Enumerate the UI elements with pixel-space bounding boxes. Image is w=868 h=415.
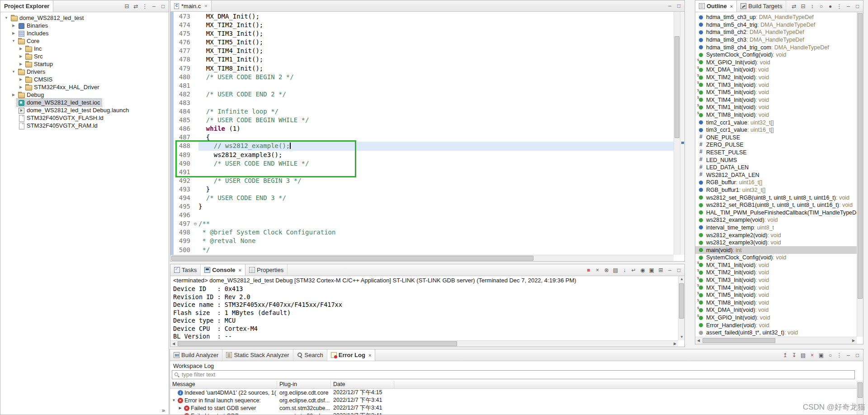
- outline-item-main-void[interactable]: main(void) : int: [695, 246, 857, 254]
- tree-item-inc[interactable]: ▶Inc: [0, 45, 169, 52]
- code-line-493[interactable]: 493 }: [170, 185, 674, 194]
- view-menu-icon[interactable]: ⋮: [836, 3, 842, 10]
- delete-log-icon[interactable]: ×: [809, 352, 815, 358]
- cursor-position-marker[interactable]: [681, 142, 684, 144]
- code-line-492[interactable]: 492 /* USER CODE BEGIN 3 */: [170, 176, 674, 185]
- scrollbar-thumb[interactable]: [679, 283, 684, 319]
- code-line-475[interactable]: 475 MX_TIM3_Init();: [170, 29, 674, 38]
- scrollbar-thumb[interactable]: [703, 338, 775, 343]
- outline-item-led-nums[interactable]: LED_NUMS: [695, 156, 857, 164]
- link-with-editor-icon[interactable]: ⇄: [133, 3, 139, 10]
- tab-search[interactable]: Search: [293, 349, 327, 361]
- code-line-500[interactable]: 500 */: [170, 246, 674, 254]
- tab-build-analyzer[interactable]: Build Analyzer: [170, 349, 222, 361]
- outline-item-mx-dma-init-void[interactable]: MX_DMA_Init(void) : void: [695, 66, 857, 74]
- code-line-491[interactable]: 491: [170, 168, 674, 176]
- scrollbar-thumb[interactable]: [858, 382, 863, 398]
- code-line-487[interactable]: 487 {: [170, 133, 674, 142]
- row-collapsed-arrow[interactable]: ▶: [178, 406, 183, 410]
- maximize-icon[interactable]: □: [160, 3, 166, 10]
- outline-item-mx-tim3-init-void[interactable]: MX_TIM3_Init(void) : void: [695, 81, 857, 89]
- line-number[interactable]: 487: [170, 133, 192, 142]
- code-line-477[interactable]: 477 MX_TIM4_Init();: [170, 47, 674, 55]
- tab-static-stack-analyzer[interactable]: Static Stack Analyzer: [222, 349, 293, 361]
- line-number[interactable]: 495: [170, 202, 192, 211]
- outline-item-mx-tim3-init-void[interactable]: MX_TIM3_Init(void) : void: [695, 277, 857, 284]
- tree-expanded-arrow[interactable]: ▼: [10, 39, 17, 43]
- tab-properties[interactable]: Properties: [245, 264, 288, 276]
- display-selected-console-icon[interactable]: ▣: [649, 267, 655, 273]
- row-expanded-arrow[interactable]: ▼: [171, 398, 176, 402]
- outline-item-mx-gpio-init-void[interactable]: MX_GPIO_Init(void) : void: [695, 59, 857, 67]
- line-number[interactable]: 475: [170, 29, 192, 38]
- tree-item-startup[interactable]: ▶Startup: [0, 60, 169, 68]
- line-number[interactable]: 481: [170, 81, 192, 90]
- line-number[interactable]: 486: [170, 124, 192, 133]
- line-number[interactable]: 483: [170, 99, 192, 107]
- minimize-icon[interactable]: –: [667, 3, 673, 9]
- tab-console[interactable]: Console×: [201, 264, 245, 276]
- word-wrap-icon[interactable]: ↵: [631, 267, 637, 273]
- outline-item-reset-pulse[interactable]: RESET_PULSE: [695, 149, 857, 157]
- console-output-area[interactable]: Device ID : 0x413 Revision ID : Rev 2.0 …: [170, 284, 678, 340]
- line-number[interactable]: 494: [170, 194, 192, 202]
- view-menu-icon[interactable]: ⋮: [142, 3, 148, 10]
- outline-item-mx-tim2-init-void[interactable]: MX_TIM2_Init(void) : void: [695, 269, 857, 277]
- code-line-473[interactable]: 473 MX_DMA_Init();: [170, 12, 674, 21]
- outline-item-mx-tim1-init-void[interactable]: MX_TIM1_Init(void) : void: [695, 262, 857, 269]
- outline-item-hdma-tim8-ch4-trig-com[interactable]: hdma_tim8_ch4_trig_com : DMA_HandleTypeD…: [695, 43, 857, 51]
- line-number[interactable]: 496: [170, 211, 192, 219]
- code-line-474[interactable]: 474 MX_TIM2_Init();: [170, 21, 674, 29]
- code-line-481[interactable]: 481: [170, 81, 674, 90]
- tree-collapsed-arrow[interactable]: ▶: [18, 77, 24, 81]
- scroll-lock-icon[interactable]: ↓: [622, 267, 627, 273]
- terminate-icon[interactable]: ■: [585, 267, 591, 273]
- outline-item-ws2812-example3-void[interactable]: ws2812_example3(void) : void: [695, 239, 857, 247]
- tree-item-src[interactable]: ▶Src: [0, 52, 169, 60]
- scrollbar-thumb[interactable]: [858, 13, 863, 299]
- scrollbar-thumb[interactable]: [178, 341, 457, 346]
- view-menu-icon[interactable]: ⋮: [836, 352, 842, 358]
- outline-item-led-data-len[interactable]: LED_DATA_LEN: [695, 164, 857, 172]
- outline-item-mx-tim8-init-void[interactable]: MX_TIM8_Init(void) : void: [695, 299, 857, 307]
- tree-item-core[interactable]: ▼Core: [0, 37, 169, 45]
- tree-item-includes[interactable]: ▶Includes: [0, 29, 169, 37]
- line-number[interactable]: 476: [170, 38, 192, 47]
- import-log-icon[interactable]: ↧: [791, 352, 797, 358]
- overview-ruler[interactable]: [680, 12, 684, 255]
- close-tab-icon[interactable]: ×: [730, 4, 733, 9]
- tree-item-dome-ws2812-led-test-ioc[interactable]: dome_WS2812_led_test.ioc: [0, 99, 169, 106]
- code-line-485[interactable]: 485 /* USER CODE BEGIN WHILE */: [170, 116, 674, 124]
- line-number[interactable]: 492: [170, 176, 192, 185]
- code-line-489[interactable]: 489 ws2812_example3();: [170, 151, 674, 159]
- minimize-icon[interactable]: –: [667, 267, 673, 273]
- tree-item-stm32f4xx-hal-driver[interactable]: ▶STM32F4xx_HAL_Driver: [0, 83, 169, 91]
- outline-item-hdma-tim5-ch3-up[interactable]: hdma_tim5_ch3_up : DMA_HandleTypeDef: [695, 14, 857, 21]
- scrollbar-thumb[interactable]: [675, 36, 679, 138]
- outline-item-error-handler-void[interactable]: Error_Handler(void) : void: [695, 321, 857, 329]
- outline-item-rgb-buffur1[interactable]: RGB_buffur1 : uint32_t[]: [695, 186, 857, 194]
- close-tab-icon[interactable]: ×: [368, 353, 371, 358]
- code-line-478[interactable]: 478 MX_TIM1_Init();: [170, 55, 674, 64]
- scroll-left-arrow[interactable]: ◀: [695, 338, 702, 344]
- line-number[interactable]: 479: [170, 64, 192, 73]
- line-number[interactable]: 473: [170, 12, 192, 21]
- console-vertical-scrollbar[interactable]: ▲ ▼: [678, 276, 684, 340]
- collapse-all-icon[interactable]: ⊟: [800, 3, 806, 10]
- link-with-editor-icon[interactable]: ⇄: [791, 3, 797, 10]
- outline-item-mx-tim8-init-void[interactable]: MX_TIM8_Init(void) : void: [695, 111, 857, 119]
- remove-all-launches-icon[interactable]: ⊗: [604, 267, 609, 273]
- clear-log-icon[interactable]: ▤: [800, 352, 806, 358]
- minimize-icon[interactable]: –: [845, 3, 851, 10]
- restore-log-icon[interactable]: ○: [827, 352, 833, 358]
- code-line-486[interactable]: 486 while (1): [170, 124, 674, 133]
- scroll-up-arrow[interactable]: ▲: [679, 276, 685, 282]
- outline-item-hdma-tim8-ch2[interactable]: hdma_tim8_ch2 : DMA_HandleTypeDef: [695, 29, 857, 36]
- outline-item-hdma-tim5-ch4-trig[interactable]: hdma_tim5_ch4_trig : DMA_HandleTypeDef: [695, 21, 857, 29]
- code-line-483[interactable]: 483: [170, 99, 674, 107]
- tree-collapsed-arrow[interactable]: ▶: [10, 24, 17, 28]
- line-number[interactable]: 477: [170, 47, 192, 55]
- line-number[interactable]: 499: [170, 237, 192, 245]
- line-number[interactable]: 498: [170, 228, 192, 237]
- tab-project-explorer[interactable]: Project Explorer: [0, 0, 53, 12]
